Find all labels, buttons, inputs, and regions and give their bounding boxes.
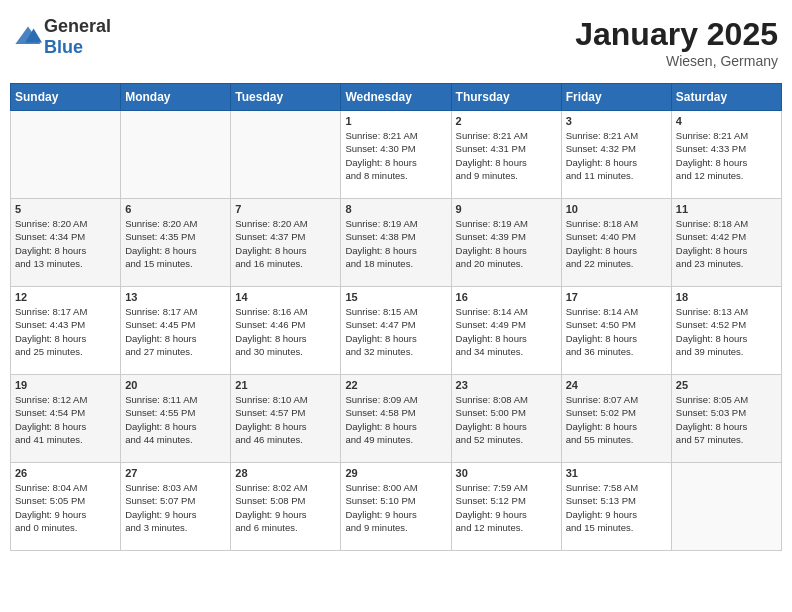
day-header-monday: Monday <box>121 84 231 111</box>
page-header: General Blue January 2025 Wiesen, German… <box>10 10 782 75</box>
day-info: Sunrise: 8:05 AM Sunset: 5:03 PM Dayligh… <box>676 393 777 446</box>
calendar-cell <box>11 111 121 199</box>
day-header-tuesday: Tuesday <box>231 84 341 111</box>
week-row-3: 12Sunrise: 8:17 AM Sunset: 4:43 PM Dayli… <box>11 287 782 375</box>
calendar-cell: 21Sunrise: 8:10 AM Sunset: 4:57 PM Dayli… <box>231 375 341 463</box>
calendar-cell: 28Sunrise: 8:02 AM Sunset: 5:08 PM Dayli… <box>231 463 341 551</box>
day-info: Sunrise: 8:12 AM Sunset: 4:54 PM Dayligh… <box>15 393 116 446</box>
calendar-cell: 17Sunrise: 8:14 AM Sunset: 4:50 PM Dayli… <box>561 287 671 375</box>
day-number: 12 <box>15 291 116 303</box>
calendar-cell: 7Sunrise: 8:20 AM Sunset: 4:37 PM Daylig… <box>231 199 341 287</box>
day-info: Sunrise: 8:08 AM Sunset: 5:00 PM Dayligh… <box>456 393 557 446</box>
calendar-cell: 12Sunrise: 8:17 AM Sunset: 4:43 PM Dayli… <box>11 287 121 375</box>
day-info: Sunrise: 8:13 AM Sunset: 4:52 PM Dayligh… <box>676 305 777 358</box>
week-row-1: 1Sunrise: 8:21 AM Sunset: 4:30 PM Daylig… <box>11 111 782 199</box>
calendar-table: SundayMondayTuesdayWednesdayThursdayFrid… <box>10 83 782 551</box>
day-number: 2 <box>456 115 557 127</box>
calendar-cell: 4Sunrise: 8:21 AM Sunset: 4:33 PM Daylig… <box>671 111 781 199</box>
calendar-cell: 3Sunrise: 8:21 AM Sunset: 4:32 PM Daylig… <box>561 111 671 199</box>
calendar-cell: 6Sunrise: 8:20 AM Sunset: 4:35 PM Daylig… <box>121 199 231 287</box>
day-info: Sunrise: 8:18 AM Sunset: 4:42 PM Dayligh… <box>676 217 777 270</box>
calendar-cell: 22Sunrise: 8:09 AM Sunset: 4:58 PM Dayli… <box>341 375 451 463</box>
calendar-cell: 26Sunrise: 8:04 AM Sunset: 5:05 PM Dayli… <box>11 463 121 551</box>
day-number: 24 <box>566 379 667 391</box>
calendar-cell: 25Sunrise: 8:05 AM Sunset: 5:03 PM Dayli… <box>671 375 781 463</box>
day-header-saturday: Saturday <box>671 84 781 111</box>
day-header-wednesday: Wednesday <box>341 84 451 111</box>
title-block: January 2025 Wiesen, Germany <box>575 16 778 69</box>
day-number: 31 <box>566 467 667 479</box>
day-info: Sunrise: 8:07 AM Sunset: 5:02 PM Dayligh… <box>566 393 667 446</box>
calendar-cell: 15Sunrise: 8:15 AM Sunset: 4:47 PM Dayli… <box>341 287 451 375</box>
day-number: 17 <box>566 291 667 303</box>
logo-text-blue: Blue <box>44 37 83 57</box>
calendar-cell: 2Sunrise: 8:21 AM Sunset: 4:31 PM Daylig… <box>451 111 561 199</box>
day-header-thursday: Thursday <box>451 84 561 111</box>
day-info: Sunrise: 8:20 AM Sunset: 4:34 PM Dayligh… <box>15 217 116 270</box>
calendar-cell: 9Sunrise: 8:19 AM Sunset: 4:39 PM Daylig… <box>451 199 561 287</box>
calendar-cell: 14Sunrise: 8:16 AM Sunset: 4:46 PM Dayli… <box>231 287 341 375</box>
day-info: Sunrise: 8:16 AM Sunset: 4:46 PM Dayligh… <box>235 305 336 358</box>
day-number: 9 <box>456 203 557 215</box>
day-info: Sunrise: 8:04 AM Sunset: 5:05 PM Dayligh… <box>15 481 116 534</box>
day-number: 13 <box>125 291 226 303</box>
week-row-2: 5Sunrise: 8:20 AM Sunset: 4:34 PM Daylig… <box>11 199 782 287</box>
week-row-5: 26Sunrise: 8:04 AM Sunset: 5:05 PM Dayli… <box>11 463 782 551</box>
calendar-cell: 18Sunrise: 8:13 AM Sunset: 4:52 PM Dayli… <box>671 287 781 375</box>
day-info: Sunrise: 8:14 AM Sunset: 4:49 PM Dayligh… <box>456 305 557 358</box>
day-number: 8 <box>345 203 446 215</box>
day-info: Sunrise: 8:21 AM Sunset: 4:31 PM Dayligh… <box>456 129 557 182</box>
day-info: Sunrise: 8:21 AM Sunset: 4:30 PM Dayligh… <box>345 129 446 182</box>
day-number: 29 <box>345 467 446 479</box>
day-info: Sunrise: 8:11 AM Sunset: 4:55 PM Dayligh… <box>125 393 226 446</box>
calendar-cell: 1Sunrise: 8:21 AM Sunset: 4:30 PM Daylig… <box>341 111 451 199</box>
day-info: Sunrise: 8:20 AM Sunset: 4:35 PM Dayligh… <box>125 217 226 270</box>
day-number: 26 <box>15 467 116 479</box>
day-number: 6 <box>125 203 226 215</box>
calendar-cell: 24Sunrise: 8:07 AM Sunset: 5:02 PM Dayli… <box>561 375 671 463</box>
day-number: 11 <box>676 203 777 215</box>
calendar-cell: 30Sunrise: 7:59 AM Sunset: 5:12 PM Dayli… <box>451 463 561 551</box>
day-info: Sunrise: 8:15 AM Sunset: 4:47 PM Dayligh… <box>345 305 446 358</box>
day-info: Sunrise: 8:19 AM Sunset: 4:38 PM Dayligh… <box>345 217 446 270</box>
day-number: 22 <box>345 379 446 391</box>
day-number: 7 <box>235 203 336 215</box>
day-number: 15 <box>345 291 446 303</box>
day-info: Sunrise: 8:10 AM Sunset: 4:57 PM Dayligh… <box>235 393 336 446</box>
day-number: 30 <box>456 467 557 479</box>
day-number: 23 <box>456 379 557 391</box>
day-number: 25 <box>676 379 777 391</box>
calendar-title: January 2025 <box>575 16 778 53</box>
logo-text-general: General <box>44 16 111 36</box>
day-info: Sunrise: 8:14 AM Sunset: 4:50 PM Dayligh… <box>566 305 667 358</box>
calendar-cell: 29Sunrise: 8:00 AM Sunset: 5:10 PM Dayli… <box>341 463 451 551</box>
day-number: 10 <box>566 203 667 215</box>
calendar-cell: 13Sunrise: 8:17 AM Sunset: 4:45 PM Dayli… <box>121 287 231 375</box>
day-number: 18 <box>676 291 777 303</box>
day-number: 27 <box>125 467 226 479</box>
day-number: 3 <box>566 115 667 127</box>
calendar-cell: 11Sunrise: 8:18 AM Sunset: 4:42 PM Dayli… <box>671 199 781 287</box>
day-number: 4 <box>676 115 777 127</box>
day-info: Sunrise: 8:18 AM Sunset: 4:40 PM Dayligh… <box>566 217 667 270</box>
day-header-friday: Friday <box>561 84 671 111</box>
calendar-cell: 8Sunrise: 8:19 AM Sunset: 4:38 PM Daylig… <box>341 199 451 287</box>
day-info: Sunrise: 8:21 AM Sunset: 4:32 PM Dayligh… <box>566 129 667 182</box>
calendar-cell: 27Sunrise: 8:03 AM Sunset: 5:07 PM Dayli… <box>121 463 231 551</box>
logo-icon <box>14 23 42 51</box>
week-row-4: 19Sunrise: 8:12 AM Sunset: 4:54 PM Dayli… <box>11 375 782 463</box>
calendar-cell: 20Sunrise: 8:11 AM Sunset: 4:55 PM Dayli… <box>121 375 231 463</box>
day-info: Sunrise: 7:58 AM Sunset: 5:13 PM Dayligh… <box>566 481 667 534</box>
day-number: 28 <box>235 467 336 479</box>
calendar-cell: 23Sunrise: 8:08 AM Sunset: 5:00 PM Dayli… <box>451 375 561 463</box>
day-info: Sunrise: 8:17 AM Sunset: 4:43 PM Dayligh… <box>15 305 116 358</box>
day-info: Sunrise: 8:20 AM Sunset: 4:37 PM Dayligh… <box>235 217 336 270</box>
calendar-cell: 5Sunrise: 8:20 AM Sunset: 4:34 PM Daylig… <box>11 199 121 287</box>
logo: General Blue <box>14 16 111 58</box>
day-number: 16 <box>456 291 557 303</box>
calendar-cell <box>121 111 231 199</box>
day-info: Sunrise: 8:00 AM Sunset: 5:10 PM Dayligh… <box>345 481 446 534</box>
day-info: Sunrise: 8:02 AM Sunset: 5:08 PM Dayligh… <box>235 481 336 534</box>
day-number: 5 <box>15 203 116 215</box>
calendar-cell: 10Sunrise: 8:18 AM Sunset: 4:40 PM Dayli… <box>561 199 671 287</box>
